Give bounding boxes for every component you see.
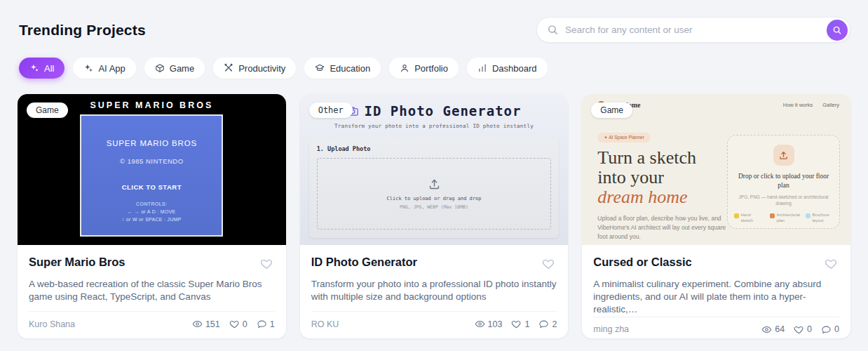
card-footer: ming zha 64 0 0 (593, 317, 839, 335)
upload-step-label: 1. Upload Photo (317, 145, 552, 152)
type-label: Brochure layout (813, 213, 834, 224)
views-stat: 151 (192, 319, 220, 329)
likes-stat[interactable]: 0 (229, 319, 247, 329)
filter-chip-label: Dashboard (492, 63, 537, 74)
project-card-super-mario-bros[interactable]: Game SUPER MARIO BROS SUPER MARIO BROS ©… (18, 94, 286, 338)
filter-chip-dashboard[interactable]: Dashboard (467, 58, 548, 79)
type-architectural-plan: Architectural plan (770, 213, 798, 224)
upload-icon (428, 178, 441, 191)
author-name: ming zha (593, 324, 629, 334)
views-count: 103 (488, 319, 503, 329)
nav-link-how-it-works: How it works (783, 102, 813, 108)
favorite-button[interactable] (823, 256, 839, 272)
architectural-plan-icon (770, 213, 775, 218)
thumb-subtitle: Transform your photo into a professional… (300, 123, 569, 129)
card-footer: RO KU 103 1 2 (311, 311, 557, 329)
comments-stat[interactable]: 0 (821, 324, 839, 335)
heading-line2: into your (597, 167, 664, 187)
ai-space-planner-badge: ✦ AI Space Planner (597, 133, 650, 143)
likes-count: 0 (807, 324, 812, 334)
page-header: Trending Projects (0, 0, 868, 43)
hand-sketch-icon (734, 213, 739, 218)
heading-line1: Turn a sketch (597, 147, 696, 168)
search-icon (547, 24, 559, 36)
brochure-layout-icon (806, 213, 811, 218)
project-card-cursed-or-classic[interactable]: VibeHome How it works Gallery Game ✦ AI … (582, 94, 850, 338)
filter-chip-label: Game (170, 63, 194, 74)
author-name: Kuro Shana (29, 319, 75, 329)
filter-chip-label: Education (330, 63, 370, 74)
likes-count: 0 (243, 319, 247, 329)
project-title: Cursed or Classic (593, 256, 691, 269)
sparkles-icon (29, 63, 39, 73)
comments-stat[interactable]: 2 (538, 319, 557, 329)
category-tag: Game (591, 102, 632, 118)
heart-icon (229, 319, 240, 329)
project-title: Super Mario Bros (29, 256, 126, 269)
dropzone-title: Drop or click to upload your floor plan (738, 172, 829, 190)
comment-icon (538, 319, 549, 329)
thumb-nav: How it works Gallery (783, 102, 839, 108)
type-brochure-layout: Brochure layout (806, 213, 834, 224)
filter-chip-label: All (44, 63, 54, 74)
bar-chart-icon (477, 63, 487, 73)
author-name: RO KU (311, 319, 339, 329)
filter-chip-game[interactable]: Game (144, 58, 205, 79)
card-footer: Kuro Shana 151 0 1 (29, 311, 275, 329)
filter-chip-portfolio[interactable]: Portfolio (389, 58, 459, 79)
favorite-button[interactable] (259, 256, 275, 272)
project-thumbnail[interactable]: Game SUPER MARIO BROS SUPER MARIO BROS ©… (18, 94, 286, 245)
search-submit-button[interactable] (827, 20, 848, 41)
project-description: A minimalist culinary experiment. Combin… (593, 278, 839, 317)
project-card-id-photo-generator[interactable]: Other ID Photo Generator Transform your … (300, 94, 569, 338)
card-body: Super Mario Bros A web-based recreation … (18, 245, 286, 338)
filter-chip-all[interactable]: All (19, 58, 65, 79)
heart-icon (794, 324, 804, 335)
heart-icon (825, 257, 838, 270)
search-bar[interactable] (536, 17, 850, 43)
type-label: Hand sketch (741, 213, 762, 224)
category-tag: Other (309, 102, 353, 118)
filter-chip-ai-app[interactable]: AI App (73, 58, 135, 79)
project-thumbnail[interactable]: VibeHome How it works Gallery Game ✦ AI … (582, 94, 850, 245)
likes-stat[interactable]: 1 (511, 319, 529, 329)
thumb-heading: Turn a sketch into your dream home (597, 148, 727, 207)
project-thumbnail[interactable]: Other ID Photo Generator Transform your … (300, 94, 569, 245)
game-canvas: SUPER MARIO BROS © 1985 NINTENDO CLICK T… (80, 114, 223, 237)
comments-count: 2 (552, 319, 557, 329)
comment-icon (821, 324, 832, 335)
heart-icon (511, 319, 522, 329)
comments-stat[interactable]: 1 (257, 319, 275, 329)
views-stat: 64 (761, 324, 785, 335)
type-label: Architectural plan (777, 213, 800, 224)
stats: 151 0 1 (192, 319, 275, 329)
graduation-cap-icon (315, 63, 325, 73)
card-body: Cursed or Classic A minimalist culinary … (582, 245, 850, 338)
game-title: SUPER MARIO BROS (107, 139, 197, 147)
filter-bar: All AI App Game Productivity Education P… (0, 43, 868, 79)
search-input[interactable] (565, 25, 822, 35)
thumb-heading: SUPER MARIO BROS (90, 100, 213, 110)
game-start-text: CLICK TO START (122, 183, 182, 191)
stats: 103 1 2 (475, 319, 557, 329)
floorplan-dropzone: Drop or click to upload your floor plan … (727, 135, 840, 229)
comment-icon (257, 319, 267, 329)
page-title: Trending Projects (19, 22, 146, 39)
thumb-heading: ID Photo Generator (365, 103, 522, 119)
upload-panel: 1. Upload Photo Click to upload or drag … (309, 138, 560, 238)
filter-chip-productivity[interactable]: Productivity (213, 58, 296, 79)
person-icon (400, 63, 409, 73)
category-tag: Game (27, 102, 68, 118)
card-body: ID Photo Generator Transform your photo … (300, 245, 569, 338)
game-controls-move: ← → or A D : MOVE (128, 209, 176, 214)
upload-dropzone: Click to upload or drag and drop PNG, JP… (317, 158, 552, 230)
filter-chip-label: AI App (98, 63, 125, 74)
filter-chip-label: Productivity (238, 63, 285, 74)
views-stat: 103 (475, 319, 503, 329)
eye-icon (475, 319, 485, 329)
views-count: 64 (775, 324, 785, 334)
search-icon (832, 25, 842, 35)
favorite-button[interactable] (541, 256, 557, 272)
likes-stat[interactable]: 0 (794, 324, 812, 335)
filter-chip-education[interactable]: Education (304, 58, 381, 79)
